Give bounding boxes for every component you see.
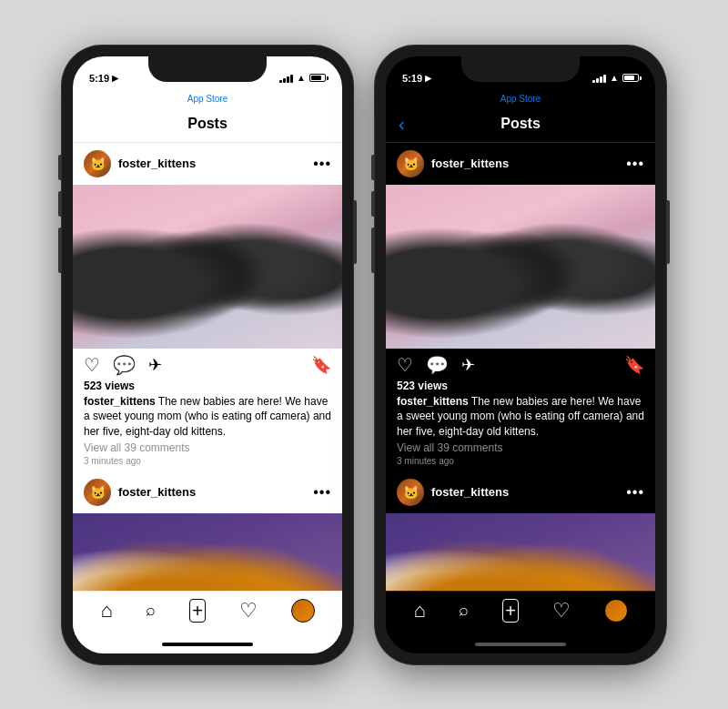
home-bar-dark — [475, 643, 566, 646]
home-bar-light — [162, 643, 253, 646]
post-image-2-light[interactable] — [73, 513, 342, 591]
location-icon-dark: ▶ — [425, 74, 431, 83]
username-2-light[interactable]: foster_kittens — [118, 485, 196, 499]
scroll-area-light[interactable]: 🐱 foster_kittens ••• ♡ 💬 ✈ — [73, 143, 342, 591]
back-button-dark[interactable]: ‹ — [399, 115, 405, 133]
time-display: 5:19 — [89, 73, 109, 84]
page-background: 5:19 ▶ ▲ App S — [0, 0, 728, 709]
kittens-orange-img-dark — [386, 513, 655, 591]
post-1-light: 🐱 foster_kittens ••• ♡ 💬 ✈ — [73, 143, 342, 471]
actions-left-1: ♡ 💬 ✈ — [84, 356, 162, 374]
caption-1-dark: foster_kittens The new babies are here! … — [397, 394, 644, 440]
username-1-dark[interactable]: foster_kittens — [431, 157, 509, 170]
username-1-light[interactable]: foster_kittens — [118, 157, 196, 170]
search-nav-icon-dark[interactable]: ⌕ — [459, 601, 469, 620]
add-nav-icon-dark[interactable]: + — [502, 599, 519, 623]
post-2-header-dark: 🐱 foster_kittens ••• — [386, 471, 655, 513]
bottom-nav-light: ⌂ ⌕ + ♡ — [73, 591, 342, 635]
actions-left-1-dark: ♡ 💬 ✈ — [397, 356, 475, 374]
add-nav-icon-light[interactable]: + — [189, 599, 206, 623]
post-1-content-dark: 523 views foster_kittens The new babies … — [386, 378, 655, 471]
bottom-nav-dark: ⌂ ⌕ + ♡ — [386, 591, 655, 635]
wifi-icon-dark: ▲ — [610, 73, 619, 83]
side-button-vol-up — [58, 191, 62, 217]
share-icon-1-dark[interactable]: ✈ — [461, 357, 475, 373]
phone-light: 5:19 ▶ ▲ App S — [62, 46, 353, 664]
status-bar-light: 5:19 ▶ ▲ — [73, 56, 342, 93]
avatar-img-2: 🐱 — [84, 479, 111, 506]
avatar-img-1-dark: 🐱 — [397, 150, 424, 177]
battery-icon — [309, 74, 326, 82]
heart-icon-1-dark[interactable]: ♡ — [397, 356, 413, 374]
more-dots-2-dark[interactable]: ••• — [626, 484, 644, 501]
home-indicator-dark — [386, 635, 655, 653]
post-image-1-light[interactable] — [73, 185, 342, 349]
avatar-img-2-dark: 🐱 — [397, 479, 424, 506]
post-1-content-light: 523 views foster_kittens The new babies … — [73, 378, 342, 471]
avatar-img-1: 🐱 — [84, 150, 111, 177]
bar1d — [592, 80, 595, 83]
view-comments-1-light[interactable]: View all 39 comments — [84, 441, 331, 454]
home-nav-icon-light[interactable]: ⌂ — [100, 599, 112, 623]
post-image-1-dark[interactable] — [386, 185, 655, 349]
comment-icon-1-light[interactable]: 💬 — [113, 356, 136, 374]
bookmark-icon-1-light[interactable]: 🔖 — [311, 357, 331, 373]
post-1-dark: 🐱 foster_kittens ••• ♡ 💬 ✈ — [386, 143, 655, 471]
screen-dark: 5:19 ▶ ▲ App S — [386, 56, 655, 653]
search-nav-icon-light[interactable]: ⌕ — [146, 601, 156, 620]
views-count-1-light: 523 views — [84, 380, 331, 392]
post-2-dark: 🐱 foster_kittens ••• — [386, 471, 655, 591]
more-dots-1-dark[interactable]: ••• — [626, 156, 644, 172]
avatar-2-light[interactable]: 🐱 — [84, 479, 111, 506]
bookmark-icon-1-dark[interactable]: 🔖 — [624, 357, 644, 373]
post-1-header-dark: 🐱 foster_kittens ••• — [386, 143, 655, 185]
heart-nav-icon-light[interactable]: ♡ — [239, 599, 258, 623]
view-comments-1-dark[interactable]: View all 39 comments — [397, 441, 644, 454]
side-button-vol-up-dark — [371, 191, 375, 217]
caption-username-1-dark[interactable]: foster_kittens — [397, 395, 469, 408]
avatar-2-dark[interactable]: 🐱 — [397, 479, 424, 506]
screen-light: 5:19 ▶ ▲ App S — [73, 56, 342, 653]
wifi-icon: ▲ — [297, 73, 306, 83]
battery-fill — [311, 76, 321, 80]
kittens-dark-img — [73, 185, 342, 349]
bar2d — [596, 78, 599, 83]
heart-nav-icon-dark[interactable]: ♡ — [552, 599, 571, 623]
kittens-dark-img-dark — [386, 185, 655, 349]
post-1-actions-dark: ♡ 💬 ✈ 🔖 — [386, 349, 655, 378]
profile-nav-avatar-light[interactable] — [291, 599, 315, 623]
avatar-1-light[interactable]: 🐱 — [84, 150, 111, 177]
more-dots-1-light[interactable]: ••• — [313, 156, 331, 172]
nav-title-dark: Posts — [500, 116, 541, 132]
post-image-2-dark[interactable] — [386, 513, 655, 591]
caption-username-1-light[interactable]: foster_kittens — [84, 395, 156, 408]
timestamp-1-dark: 3 minutes ago — [397, 456, 644, 466]
bar3 — [287, 76, 289, 83]
profile-nav-avatar-dark[interactable] — [604, 599, 628, 623]
status-left: 5:19 ▶ — [89, 73, 118, 84]
post-2-user[interactable]: 🐱 foster_kittens — [84, 479, 196, 506]
more-dots-2-light[interactable]: ••• — [313, 484, 331, 501]
comment-icon-1-dark[interactable]: 💬 — [426, 356, 449, 374]
post-1-user-dark[interactable]: 🐱 foster_kittens — [397, 150, 509, 177]
share-icon-1-light[interactable]: ✈ — [148, 357, 162, 373]
scroll-area-dark[interactable]: 🐱 foster_kittens ••• ♡ 💬 ✈ — [386, 143, 655, 591]
side-button-power — [353, 200, 357, 264]
side-button-vol-down — [58, 228, 62, 273]
status-bar-dark: 5:19 ▶ ▲ — [386, 56, 655, 93]
post-2-light: 🐱 foster_kittens ••• — [73, 471, 342, 591]
status-right-dark: ▲ — [592, 73, 639, 83]
status-right: ▲ — [279, 73, 326, 83]
side-button-mute-dark — [371, 155, 375, 180]
signal-icon — [279, 74, 293, 83]
avatar-1-dark[interactable]: 🐱 — [397, 150, 424, 177]
post-1-user[interactable]: 🐱 foster_kittens — [84, 150, 196, 177]
home-nav-icon-dark[interactable]: ⌂ — [413, 599, 425, 623]
side-button-mute — [58, 155, 62, 180]
caption-1-light: foster_kittens The new babies are here! … — [84, 394, 331, 440]
username-2-dark[interactable]: foster_kittens — [431, 485, 509, 499]
post-2-user-dark[interactable]: 🐱 foster_kittens — [397, 479, 509, 506]
kittens-orange-img-light — [73, 513, 342, 591]
heart-icon-1-light[interactable]: ♡ — [84, 356, 100, 374]
status-left-dark: 5:19 ▶ — [402, 73, 431, 84]
